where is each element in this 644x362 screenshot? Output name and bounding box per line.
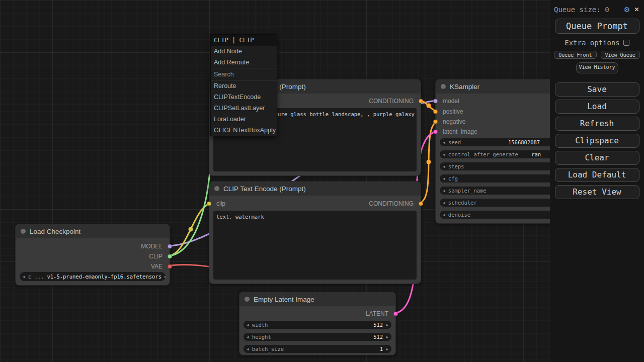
height-widget[interactable]: ◀ height 512 ▶ [244,333,391,341]
output-label: LATENT [366,310,388,317]
prev-arrow-icon[interactable]: ◀ [440,189,448,193]
model-input-slot[interactable] [433,99,438,104]
wire-clip-drag[interactable] [168,137,211,256]
menu-item-add-reroute[interactable]: Add Reroute [211,57,277,68]
clear-button[interactable]: Clear [555,151,639,165]
reset-view-button[interactable]: Reset View [555,185,639,199]
widget-name: control after generate [448,151,518,157]
prev-arrow-icon[interactable]: ◀ [440,140,448,145]
prev-arrow-icon[interactable]: ◀ [244,347,252,351]
node-title-bar[interactable]: CLIP Text Encode (Prompt) [209,182,421,196]
output-row-clip: CLIP [16,252,170,261]
node-graph-canvas[interactable]: CLIP Text Encode (Prompt) CONDITIONING u… [0,0,644,362]
io-row-clip-conditioning: clip CONDITIONING [209,199,421,209]
node-title: Empty Latent Image [254,296,314,303]
node-title: CLIP Text Encode (Prompt) [223,185,306,193]
node-empty-latent-image[interactable]: Empty Latent Image LATENT ◀ width 512 ▶ … [239,292,396,355]
prev-arrow-icon[interactable]: ◀ [244,323,252,327]
width-widget[interactable]: ◀ width 512 ▶ [244,321,391,329]
clipspace-button[interactable]: Clipspace [555,134,639,148]
input-label: positive [443,108,463,115]
comfy-menu-panel: Queue size: 0 ⚙ ✕ Queue Prompt Extra opt… [550,0,644,362]
output-label: CONDITIONING [369,200,414,207]
steps-widget[interactable]: ◀ steps ▶ [440,162,567,170]
load-button[interactable]: Load [555,100,639,114]
denoise-widget[interactable]: ◀ denoise ▶ [440,211,567,219]
extra-options-checkbox[interactable] [623,40,629,46]
collapse-dot-icon[interactable] [21,229,26,234]
prev-arrow-icon[interactable]: ◀ [440,164,448,169]
next-arrow-icon[interactable]: ▶ [383,323,391,327]
widget-name: c ... [28,274,44,280]
context-menu: CLIP | CLIP Add Node Add Reroute Search … [210,34,277,136]
settings-gear-icon[interactable]: ⚙ [624,5,629,14]
batch-size-widget[interactable]: ◀ batch_size 1 ▶ [244,345,391,353]
next-arrow-icon[interactable]: ▶ [383,335,391,339]
prev-arrow-icon[interactable]: ◀ [440,213,448,217]
vae-output-slot[interactable] [168,264,172,269]
negative-input-slot[interactable] [433,120,438,124]
control-after-generate-widget[interactable]: ◀ control after generate ran ▶ [440,150,567,158]
scheduler-widget[interactable]: ◀ scheduler ▶ [440,199,567,207]
prev-arrow-icon[interactable]: ◀ [20,275,28,279]
cfg-widget[interactable]: ◀ cfg ▶ [440,174,567,183]
positive-input-slot[interactable] [433,110,438,114]
wire-clip-to-clip-input[interactable] [168,203,213,256]
model-output-slot[interactable] [168,244,172,249]
menu-item-gligentextboxapply[interactable]: GLIGENTextBoxApply [211,125,277,136]
menu-item-reroute[interactable]: Reroute [211,80,277,92]
clip-input-slot[interactable] [207,202,211,206]
output-label: VAE [151,263,163,270]
seed-widget[interactable]: ◀ seed 1566802087 ▶ [440,138,567,146]
collapse-dot-icon[interactable] [245,297,250,302]
input-label: negative [443,118,465,125]
next-arrow-icon[interactable]: ▶ [162,275,166,279]
node-load-checkpoint[interactable]: Load Checkpoint MODEL CLIP VAE ◀ c ... v… [15,224,170,286]
conditioning-output-slot[interactable] [419,202,423,206]
latent-image-input-slot[interactable] [433,130,438,134]
node-title-bar[interactable]: Empty Latent Image [239,292,395,306]
next-arrow-icon[interactable]: ▶ [383,347,391,351]
collapse-dot-icon[interactable] [214,186,219,191]
widget-name: denoise [448,212,470,218]
output-row-latent: LATENT [239,309,395,319]
prev-arrow-icon[interactable]: ◀ [440,176,448,181]
menu-item-loraloader[interactable]: LoraLoader [211,114,277,125]
node-clip-text-encode-2[interactable]: CLIP Text Encode (Prompt) clip CONDITION… [209,181,421,284]
output-label: MODEL [141,243,163,250]
prev-arrow-icon[interactable]: ◀ [244,335,252,339]
context-menu-title: CLIP | CLIP [211,35,277,46]
conditioning-output-slot[interactable] [419,99,423,104]
prompt-text-widget[interactable]: text, watermark [213,211,417,280]
widget-name: cfg [448,175,458,182]
node-title-bar[interactable]: Load Checkpoint [16,224,170,238]
refresh-button[interactable]: Refresh [555,117,639,131]
widget-value: 512 [373,334,383,340]
ckpt-name-widget[interactable]: ◀ c ... v1-5-pruned-emaonly-fp16.safeten… [20,272,166,281]
widget-name: sampler_name [448,188,487,194]
node-title: KSampler [450,83,479,90]
load-default-button[interactable]: Load Default [555,168,639,182]
close-icon[interactable]: ✕ [634,6,639,13]
menu-item-cliptextencode[interactable]: CLIPTextEncode [211,92,277,103]
save-button[interactable]: Save [555,82,639,97]
widget-name: steps [448,163,464,169]
queue-front-button[interactable]: Queue Front [554,51,596,59]
collapse-dot-icon[interactable] [441,84,446,89]
menu-item-clipsetlastlayer[interactable]: CLIPSetLastLayer [211,103,277,114]
view-queue-button[interactable]: View Queue [601,51,640,59]
widget-name: height [252,334,271,340]
queue-prompt-button[interactable]: Queue Prompt [555,19,639,34]
widget-value: 512 [373,322,383,328]
widget-name: width [252,322,268,328]
input-label: latent_image [443,128,477,135]
menu-search-input[interactable]: Search [211,68,277,80]
prev-arrow-icon[interactable]: ◀ [440,152,448,157]
latent-output-slot[interactable] [393,312,398,316]
prev-arrow-icon[interactable]: ◀ [440,201,448,205]
sampler-name-widget[interactable]: ◀ sampler_name ▶ [440,187,567,195]
clip-output-slot[interactable] [168,254,172,259]
menu-item-add-node[interactable]: Add Node [211,46,277,57]
widget-value: v1-5-pruned-emaonly-fp16.safetensors [47,274,162,280]
view-history-button[interactable]: View History [576,62,618,73]
